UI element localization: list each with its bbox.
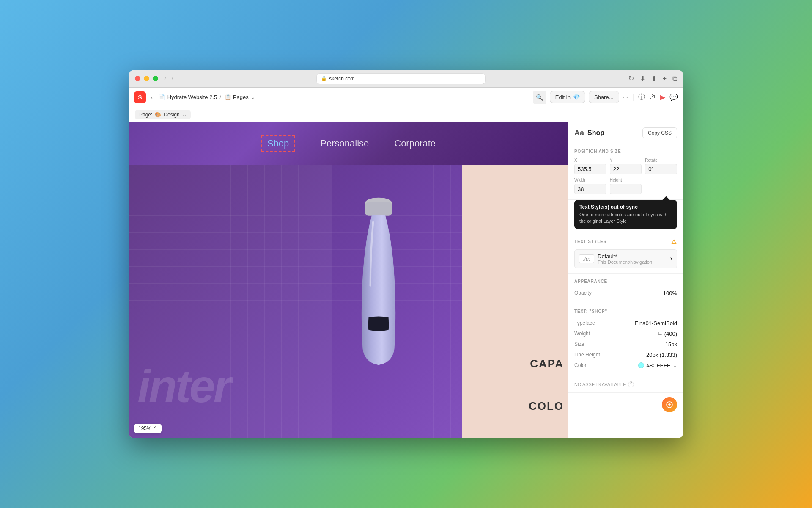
canvas-nav-shop: Shop bbox=[261, 135, 295, 152]
main-area: Shop Personalise Corporate bbox=[129, 122, 683, 438]
rotate-value[interactable]: 0º bbox=[645, 164, 677, 174]
page-name: Design bbox=[164, 112, 179, 118]
page-bar: Page: 🎨 Design ⌄ bbox=[129, 107, 683, 122]
forward-button[interactable]: › bbox=[171, 75, 173, 83]
page-label: Page: bbox=[139, 112, 152, 118]
size-value[interactable]: 15px bbox=[665, 341, 677, 348]
traffic-lights bbox=[135, 76, 158, 81]
y-value[interactable]: 22 bbox=[610, 164, 642, 174]
x-property: X 535.5 bbox=[574, 158, 606, 174]
position-size-label: POSITION AND SIZE bbox=[574, 149, 621, 154]
size-row: Size 15px bbox=[574, 339, 677, 350]
share-button[interactable]: Share... bbox=[589, 91, 619, 103]
tabs-icon[interactable]: ⧉ bbox=[672, 75, 677, 83]
color-row: Color #8CFEFF ⌄ bbox=[574, 360, 677, 371]
download-icon[interactable]: ⬇ bbox=[640, 75, 645, 83]
pages-icon: 📋 bbox=[225, 94, 231, 100]
typeface-label: Typeface bbox=[574, 320, 595, 326]
comment-button[interactable]: 💬 bbox=[669, 93, 678, 101]
color-hex-value: #8CFEFF bbox=[647, 362, 670, 369]
width-value[interactable]: 38 bbox=[574, 184, 606, 194]
pages-chevron: ⌄ bbox=[250, 94, 255, 100]
help-icon[interactable]: ? bbox=[628, 381, 634, 387]
toolbar-icons: ··· | ⓘ ⏱ ▶ 💬 bbox=[623, 93, 678, 102]
capa-text: CAPA bbox=[530, 357, 564, 370]
canvas-area[interactable]: Shop Personalise Corporate bbox=[129, 122, 568, 438]
style-item-left: Ju: Default* This Document/Navigation bbox=[579, 253, 652, 265]
browser-window: ‹ › 🔒 sketch.com ↻ ⬇ ⬆ + ⧉ S ‹ 📄 Hydrate… bbox=[129, 70, 683, 438]
design-icon: 🎨 bbox=[155, 112, 161, 118]
share-icon[interactable]: ⬆ bbox=[651, 75, 657, 83]
address-bar[interactable]: 🔒 sketch.com bbox=[316, 73, 486, 84]
more-button[interactable]: ··· bbox=[623, 94, 628, 101]
text-properties-label: TEXT: "SHOP" bbox=[574, 309, 607, 314]
text-styles-section: TEXT STYLES ⚠ Ju: Default* This Document… bbox=[568, 233, 683, 274]
color-row-right[interactable]: #8CFEFF ⌄ bbox=[638, 362, 677, 369]
add-tab-icon[interactable]: + bbox=[663, 75, 667, 83]
style-item[interactable]: Ju: Default* This Document/Navigation › bbox=[574, 249, 677, 268]
maximize-button[interactable] bbox=[153, 76, 158, 81]
text-styles-label: TEXT STYLES bbox=[574, 239, 606, 244]
browser-actions: ↻ ⬇ ⬆ + ⧉ bbox=[628, 75, 677, 83]
panel-title-area: Aa Shop bbox=[574, 129, 604, 138]
timer-button[interactable]: ⏱ bbox=[649, 94, 656, 101]
minimize-button[interactable] bbox=[144, 76, 149, 81]
position-grid: X 535.5 Y 22 Rotate 0º bbox=[574, 158, 677, 174]
copy-css-button[interactable]: Copy CSS bbox=[642, 127, 677, 138]
present-button[interactable]: ▶ bbox=[660, 93, 665, 101]
canvas-nav-section: Shop Personalise Corporate bbox=[129, 122, 568, 165]
edit-in-label: Edit in bbox=[555, 94, 571, 100]
title-bar: ‹ › 🔒 sketch.com ↻ ⬇ ⬆ + ⧉ bbox=[129, 70, 683, 88]
edit-in-button[interactable]: Edit in 💎 bbox=[550, 91, 585, 103]
svg-rect-1 bbox=[365, 202, 392, 216]
chevron-down-icon: ⌄ bbox=[182, 112, 187, 118]
zoom-indicator[interactable]: 195% ⌃ bbox=[134, 424, 162, 433]
height-value[interactable] bbox=[610, 184, 642, 194]
style-name: Default* bbox=[598, 253, 652, 260]
typeface-row: Typeface Eina01-SemiBold bbox=[574, 318, 677, 329]
no-assets-section: NO ASSETS AVAILABLE ? bbox=[568, 376, 683, 393]
typeface-value[interactable]: Eina01-SemiBold bbox=[635, 320, 677, 326]
text-properties-header: TEXT: "SHOP" bbox=[574, 309, 677, 314]
style-info: Default* This Document/Navigation bbox=[598, 253, 652, 265]
style-preview: Ju: bbox=[579, 254, 594, 263]
back-button[interactable]: ‹ bbox=[151, 94, 153, 101]
width-label: Width bbox=[574, 178, 606, 182]
weight-number: (400) bbox=[664, 331, 677, 337]
rotate-label: Rotate bbox=[645, 158, 677, 163]
orange-action-button[interactable] bbox=[662, 397, 677, 412]
line-height-label: Line Height bbox=[574, 352, 600, 358]
opacity-value[interactable]: 100% bbox=[663, 290, 677, 296]
info-button[interactable]: ⓘ bbox=[638, 93, 645, 102]
text-properties-section: TEXT: "SHOP" Typeface Eina01-SemiBold We… bbox=[568, 304, 683, 376]
opacity-label: Opacity bbox=[574, 290, 592, 296]
tooltip-box: Text Style(s) out of sync One or more at… bbox=[574, 200, 677, 229]
x-label: X bbox=[574, 158, 606, 163]
page-selector-tag[interactable]: Page: 🎨 Design ⌄ bbox=[135, 110, 191, 119]
right-panel: Aa Shop Copy CSS POSITION AND SIZE X 535… bbox=[568, 122, 683, 438]
close-button[interactable] bbox=[135, 76, 140, 81]
y-property: Y 22 bbox=[610, 158, 642, 174]
weight-value[interactable]: ⇆ (400) bbox=[658, 331, 677, 337]
appearance-header: APPEARANCE bbox=[574, 279, 677, 284]
app-toolbar: S ‹ 📄 Hydrate Website 2.5 / 📋 Pages ⌄ 🔍 … bbox=[129, 88, 683, 107]
size-label: Size bbox=[574, 341, 584, 347]
x-value[interactable]: 535.5 bbox=[574, 164, 606, 174]
file-icon: 📄 bbox=[158, 94, 165, 100]
no-assets-label: NO ASSETS AVAILABLE ? bbox=[574, 381, 677, 387]
position-size-header: POSITION AND SIZE bbox=[574, 149, 677, 154]
canvas-inter-text: inter bbox=[137, 359, 230, 413]
back-button[interactable]: ‹ bbox=[164, 75, 166, 83]
search-button[interactable]: 🔍 bbox=[533, 91, 546, 104]
line-height-value[interactable]: 20px (1.333) bbox=[646, 352, 677, 358]
url-text: sketch.com bbox=[329, 76, 355, 82]
reload-icon[interactable]: ↻ bbox=[628, 75, 634, 83]
panel-title: Shop bbox=[587, 129, 604, 137]
page-selector[interactable]: 📋 Pages ⌄ bbox=[225, 94, 255, 100]
rotate-property: Rotate 0º bbox=[645, 158, 677, 174]
panel-header: Aa Shop Copy CSS bbox=[568, 122, 683, 144]
style-path: This Document/Navigation bbox=[598, 260, 652, 265]
y-label: Y bbox=[610, 158, 642, 163]
canvas-right-section: CAPA COLO bbox=[462, 165, 568, 438]
width-property: Width 38 bbox=[574, 178, 606, 194]
